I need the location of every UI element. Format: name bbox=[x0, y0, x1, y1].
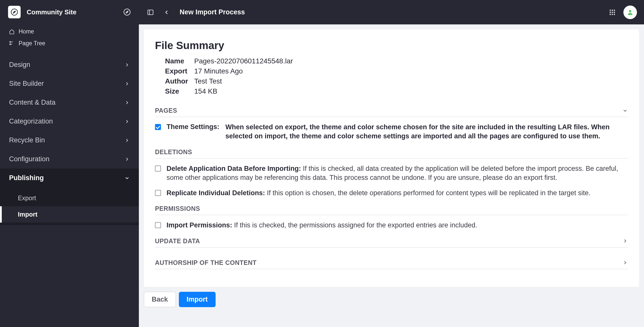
topbar: New Import Process bbox=[139, 0, 644, 24]
sidebar-item-label: Site Builder bbox=[9, 80, 44, 88]
summary-key: Author bbox=[165, 77, 194, 85]
option-name: Theme Settings: bbox=[167, 122, 219, 131]
section-head-deletions[interactable]: DELETIONS bbox=[155, 144, 628, 158]
svg-marker-3 bbox=[126, 11, 128, 13]
avatar[interactable] bbox=[623, 6, 637, 19]
section-head-update-data[interactable]: UPDATE DATA bbox=[155, 233, 628, 248]
toggle-sidebar-button[interactable] bbox=[146, 8, 155, 17]
svg-rect-5 bbox=[10, 44, 11, 45]
chevron-right-icon bbox=[124, 62, 130, 68]
sidebar-subitem-import[interactable]: Import bbox=[0, 206, 139, 223]
sidebar-subitem-export[interactable]: Export bbox=[0, 190, 139, 206]
section-body-deletions: Delete Application Data Before Importing… bbox=[155, 158, 628, 199]
option-delete-app-data: Delete Application Data Before Importing… bbox=[155, 164, 628, 182]
footer-buttons: Back Import bbox=[144, 287, 639, 312]
content: File Summary Name Pages-2022070601124554… bbox=[139, 24, 644, 327]
sidebar-item-label: Design bbox=[9, 61, 30, 69]
sidebar-item-content-data[interactable]: Content & Data bbox=[0, 93, 139, 112]
summary-value: Pages-20220706011245548.lar bbox=[194, 57, 293, 65]
compass-icon bbox=[123, 8, 131, 16]
panel-icon bbox=[147, 9, 154, 16]
summary-row-name: Name Pages-20220706011245548.lar bbox=[165, 57, 628, 65]
sidebar-submenu-publishing: Export Import bbox=[0, 187, 139, 225]
option-desc: If this option is chosen, the delete ope… bbox=[267, 189, 590, 197]
svg-rect-4 bbox=[10, 41, 11, 42]
sidebar-item-publishing[interactable]: Publishing bbox=[0, 169, 139, 187]
chevron-right-icon bbox=[124, 138, 130, 143]
site-title[interactable]: Community Site bbox=[27, 8, 123, 16]
sidebar-item-design[interactable]: Design bbox=[0, 55, 139, 74]
sidebar-quick-label: Page Tree bbox=[19, 40, 45, 47]
svg-rect-12 bbox=[612, 12, 613, 13]
option-theme-settings: Theme Settings: When selected on export,… bbox=[155, 122, 628, 141]
section-head-authorship[interactable]: AUTHORSHIP OF THE CONTENT bbox=[155, 255, 628, 269]
back-button[interactable]: Back bbox=[144, 292, 176, 307]
sidebar-subitem-label: Import bbox=[18, 211, 37, 218]
section-title: DELETIONS bbox=[155, 148, 192, 156]
sidebar-quick-page-tree[interactable]: Page Tree bbox=[0, 37, 139, 49]
sidebar-item-categorization[interactable]: Categorization bbox=[0, 112, 139, 131]
chevron-down-icon bbox=[124, 175, 130, 181]
user-icon bbox=[627, 9, 634, 16]
svg-rect-10 bbox=[614, 10, 615, 11]
summary-key: Name bbox=[165, 57, 194, 65]
option-name: Import Permissions: bbox=[167, 221, 232, 229]
chevron-right-icon bbox=[124, 156, 130, 162]
section-body-pages: Theme Settings: When selected on export,… bbox=[155, 117, 628, 143]
apps-button[interactable] bbox=[608, 8, 617, 17]
summary-value: 17 Minutes Ago bbox=[194, 67, 243, 75]
checkbox-import-permissions[interactable] bbox=[155, 222, 161, 228]
checkbox-theme-settings[interactable] bbox=[155, 124, 161, 130]
goto-site-button[interactable] bbox=[123, 8, 131, 16]
back-button[interactable] bbox=[162, 8, 171, 17]
section-head-pages[interactable]: PAGES bbox=[155, 103, 628, 117]
sidebar-item-recycle-bin[interactable]: Recycle Bin bbox=[0, 131, 139, 150]
option-replicate-deletions: Replicate Individual Deletions: If this … bbox=[155, 188, 628, 197]
sidebar-item-configuration[interactable]: Configuration bbox=[0, 150, 139, 169]
svg-rect-11 bbox=[610, 12, 611, 13]
chevron-right-icon bbox=[622, 238, 628, 244]
sidebar-subitem-label: Export bbox=[18, 194, 36, 201]
svg-rect-15 bbox=[612, 14, 613, 15]
sidebar-item-site-builder[interactable]: Site Builder bbox=[0, 74, 139, 93]
svg-rect-13 bbox=[614, 12, 615, 13]
sidebar-quick-label: Home bbox=[19, 28, 34, 35]
summary-row-size: Size 154 KB bbox=[165, 87, 628, 95]
tree-icon bbox=[9, 41, 15, 46]
svg-rect-6 bbox=[148, 10, 153, 15]
topbar-left: New Import Process bbox=[146, 8, 245, 17]
home-icon bbox=[9, 29, 15, 34]
file-summary-card: File Summary Name Pages-2022070601124554… bbox=[144, 29, 639, 287]
section-head-permissions[interactable]: PERMISSIONS bbox=[155, 201, 628, 215]
sidebar-quick-home[interactable]: Home bbox=[0, 26, 139, 37]
section-title: PERMISSIONS bbox=[155, 205, 200, 212]
section-title: UPDATE DATA bbox=[155, 237, 200, 245]
chevron-down-icon bbox=[622, 108, 628, 113]
checkbox-replicate-deletions[interactable] bbox=[155, 190, 161, 196]
checkbox-delete-app-data[interactable] bbox=[155, 166, 161, 172]
chevron-right-icon bbox=[124, 81, 130, 87]
file-summary-title: File Summary bbox=[155, 39, 628, 52]
site-logo[interactable] bbox=[8, 6, 21, 18]
summary-value: Test Test bbox=[194, 77, 222, 85]
svg-rect-16 bbox=[614, 14, 615, 15]
option-name: Delete Application Data Before Importing… bbox=[167, 165, 301, 172]
sidebar-item-label: Content & Data bbox=[9, 99, 56, 106]
sidebar-header: Community Site bbox=[0, 0, 139, 24]
option-desc: If this is checked, the permissions assi… bbox=[234, 221, 477, 229]
section-body-permissions: Import Permissions: If this is checked, … bbox=[155, 215, 628, 232]
page-title: New Import Process bbox=[180, 8, 245, 16]
summary-key: Export bbox=[165, 67, 194, 75]
option-name: Replicate Individual Deletions: bbox=[167, 189, 265, 197]
chevron-right-icon bbox=[124, 119, 130, 124]
sidebar-item-label: Publishing bbox=[9, 174, 44, 182]
grid-icon bbox=[609, 9, 616, 16]
option-desc: When selected on export, the theme and c… bbox=[225, 122, 628, 141]
file-summary-table: Name Pages-20220706011245548.lar Export … bbox=[165, 57, 628, 95]
section-title: PAGES bbox=[155, 107, 177, 114]
option-import-permissions: Import Permissions: If this is checked, … bbox=[155, 221, 628, 230]
import-button[interactable]: Import bbox=[179, 292, 216, 307]
sidebar-item-label: Recycle Bin bbox=[9, 136, 45, 144]
main: New Import Process File Summary bbox=[139, 0, 644, 327]
summary-value: 154 KB bbox=[194, 87, 217, 95]
